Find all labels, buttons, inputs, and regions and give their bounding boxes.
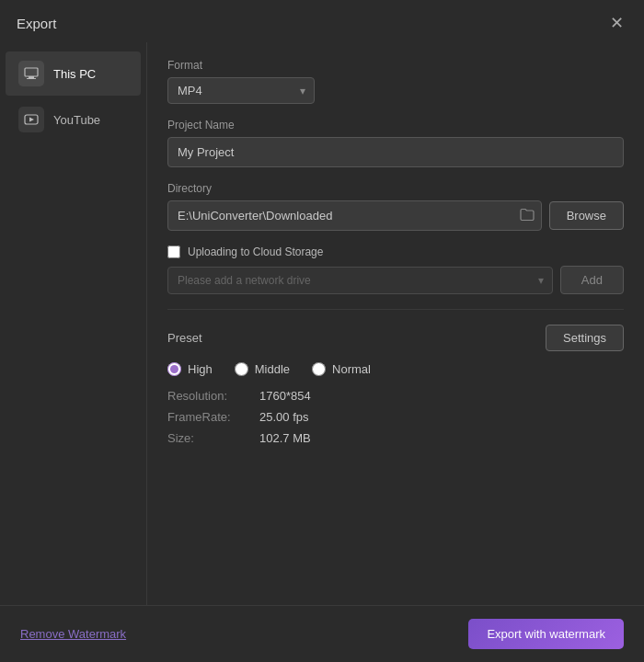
radio-middle[interactable]: Middle (235, 362, 290, 376)
sidebar-item-this-pc[interactable]: This PC (6, 51, 141, 96)
radio-normal-label: Normal (332, 362, 371, 376)
svg-rect-0 (25, 68, 38, 76)
format-label: Format (167, 59, 624, 72)
remove-watermark-button[interactable]: Remove Watermark (20, 627, 126, 641)
radio-middle-input[interactable] (235, 362, 248, 376)
size-key: Size: (167, 431, 259, 445)
folder-icon-button[interactable] (520, 208, 535, 223)
radio-normal[interactable]: Normal (312, 362, 371, 376)
close-button[interactable]: ✕ (606, 13, 627, 33)
directory-field: Directory Browse (167, 182, 624, 231)
framerate-row: FrameRate: 25.00 fps (167, 410, 624, 424)
radio-high-input[interactable] (167, 362, 181, 376)
sidebar: This PC YouTube (0, 42, 147, 605)
dialog-body: This PC YouTube Format MP4 (0, 42, 644, 605)
resolution-row: Resolution: 1760*854 (167, 389, 624, 403)
radio-middle-label: Middle (255, 362, 290, 376)
preset-label: Preset (167, 331, 202, 345)
project-name-input[interactable] (167, 137, 624, 167)
svg-marker-4 (29, 118, 34, 122)
directory-row: Browse (167, 200, 624, 231)
svg-rect-1 (29, 76, 34, 78)
format-select[interactable]: MP4 MOV AVI MKV WMV (167, 77, 315, 104)
directory-input-wrapper (167, 200, 542, 231)
network-drive-select-wrapper: Please add a network drive (167, 267, 553, 294)
divider (167, 309, 624, 310)
directory-input[interactable] (167, 200, 542, 231)
sidebar-item-youtube[interactable]: YouTube (6, 97, 141, 142)
cloud-storage-checkbox[interactable] (167, 245, 180, 258)
youtube-icon (18, 107, 44, 132)
pc-icon (18, 61, 44, 86)
sidebar-this-pc-label: This PC (53, 67, 96, 81)
svg-rect-2 (27, 78, 36, 79)
cloud-checkbox-row: Uploading to Cloud Storage (167, 245, 624, 258)
format-select-wrapper: MP4 MOV AVI MKV WMV (167, 77, 315, 104)
settings-button[interactable]: Settings (546, 325, 624, 351)
radio-normal-input[interactable] (312, 362, 326, 376)
sidebar-youtube-label: YouTube (53, 113, 100, 127)
resolution-value: 1760*854 (259, 389, 311, 403)
framerate-value: 25.00 fps (259, 410, 309, 424)
preset-radio-row: High Middle Normal (167, 362, 624, 376)
footer: Remove Watermark Export with watermark (0, 605, 644, 662)
resolution-key: Resolution: (167, 389, 259, 403)
radio-high[interactable]: High (167, 362, 213, 376)
add-button[interactable]: Add (560, 266, 624, 294)
cloud-storage-label[interactable]: Uploading to Cloud Storage (188, 245, 323, 258)
radio-high-label: High (188, 362, 213, 376)
size-value: 102.7 MB (259, 431, 311, 445)
browse-button[interactable]: Browse (549, 201, 624, 230)
size-row: Size: 102.7 MB (167, 431, 624, 445)
project-name-field: Project Name (167, 119, 624, 167)
framerate-key: FrameRate: (167, 410, 259, 424)
network-drive-select[interactable]: Please add a network drive (167, 267, 553, 294)
network-drive-row: Please add a network drive Add (167, 266, 624, 294)
dialog-title: Export (17, 16, 56, 31)
format-field: Format MP4 MOV AVI MKV WMV (167, 59, 624, 104)
export-dialog: Export ✕ This PC (0, 0, 644, 662)
title-bar: Export ✕ (0, 0, 644, 42)
main-content: Format MP4 MOV AVI MKV WMV Project Name (147, 42, 644, 605)
directory-label: Directory (167, 182, 624, 195)
export-watermark-button[interactable]: Export with watermark (468, 619, 624, 649)
project-name-label: Project Name (167, 119, 624, 131)
preset-header: Preset Settings (167, 325, 624, 351)
